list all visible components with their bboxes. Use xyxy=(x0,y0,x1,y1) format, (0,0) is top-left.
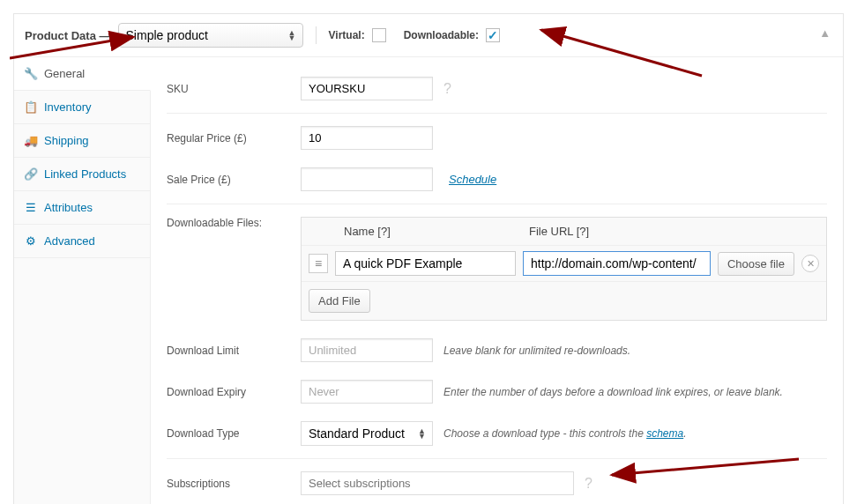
drag-handle-icon[interactable]: ≡ xyxy=(309,254,328,273)
dl-type-select[interactable]: Standard Product xyxy=(301,421,433,446)
dl-files-table: Name [?] File URL [?] ≡ Choose file ✕ Ad… xyxy=(301,217,827,321)
download-type-row: Download Type Standard Product ▲▼ Choose… xyxy=(167,412,827,455)
downloadable-checkbox[interactable]: ✓ xyxy=(486,28,500,42)
gear-icon: ⚙ xyxy=(25,234,37,248)
downloadable-files-row: Downloadable Files: Name [?] File URL [?… xyxy=(167,208,827,330)
tab-label: Inventory xyxy=(44,100,91,114)
dl-table-footer: Add File xyxy=(302,281,826,320)
virtual-label: Virtual: xyxy=(329,29,365,41)
sku-label: SKU xyxy=(167,83,290,95)
dl-limit-input[interactable] xyxy=(301,338,433,362)
link-icon: 🔗 xyxy=(25,167,37,181)
header-separator xyxy=(316,26,317,44)
wrench-icon: 🔧 xyxy=(25,67,37,80)
dl-expiry-input[interactable] xyxy=(301,380,433,404)
help-icon[interactable]: ? xyxy=(443,81,451,97)
tab-inventory[interactable]: 📋 Inventory xyxy=(14,91,150,124)
regular-price-row: Regular Price (£) xyxy=(167,117,827,159)
sku-input[interactable] xyxy=(301,77,433,100)
tab-advanced[interactable]: ⚙ Advanced xyxy=(14,225,150,258)
regular-price-label: Regular Price (£) xyxy=(167,132,290,145)
tab-label: Linked Products xyxy=(44,167,126,181)
general-content: SKU ? Regular Price (£) Sale Price (£) S… xyxy=(151,57,843,504)
panel-header: Product Data — Simple product ▲▼ Virtual… xyxy=(14,14,843,57)
dl-file-name-input[interactable] xyxy=(335,251,516,276)
dl-file-row: ≡ Choose file ✕ xyxy=(302,245,826,281)
collapse-icon[interactable]: ▲ xyxy=(819,26,831,40)
dl-limit-label: Download Limit xyxy=(167,345,290,357)
regular-price-input[interactable] xyxy=(301,126,433,150)
dl-files-label: Downloadable Files: xyxy=(167,217,290,229)
panel-body: 🔧 General 📋 Inventory 🚚 Shipping 🔗 Linke… xyxy=(14,57,843,504)
sku-row: SKU ? xyxy=(167,68,827,109)
dl-name-header: Name [?] xyxy=(339,225,524,238)
virtual-checkbox[interactable] xyxy=(372,28,386,42)
tab-label: Advanced xyxy=(44,234,95,248)
product-tabs: 🔧 General 📋 Inventory 🚚 Shipping 🔗 Linke… xyxy=(14,57,151,504)
sale-price-label: Sale Price (£) xyxy=(167,174,290,186)
tab-label: Attributes xyxy=(44,201,93,214)
downloadable-label: Downloadable: xyxy=(404,29,479,41)
divider xyxy=(167,458,827,459)
add-file-button[interactable]: Add File xyxy=(309,289,370,313)
tab-label: General xyxy=(44,67,85,80)
remove-file-icon[interactable]: ✕ xyxy=(801,255,819,272)
help-icon[interactable]: ? xyxy=(585,476,592,492)
download-limit-row: Download Limit Leave blank for unlimited… xyxy=(167,330,827,371)
truck-icon: 🚚 xyxy=(25,134,37,147)
product-type-select[interactable]: Simple product xyxy=(118,23,303,48)
dl-table-header: Name [?] File URL [?] xyxy=(302,218,826,245)
schedule-link[interactable]: Schedule xyxy=(449,173,496,186)
subscriptions-input[interactable] xyxy=(301,471,574,495)
dl-type-label: Download Type xyxy=(167,427,290,440)
dl-limit-desc: Leave blank for unlimited re-downloads. xyxy=(443,345,630,357)
schema-link[interactable]: schema xyxy=(646,427,683,440)
dl-file-url-input[interactable] xyxy=(523,251,711,276)
product-data-panel: Product Data — Simple product ▲▼ Virtual… xyxy=(13,13,844,504)
subscriptions-row: Subscriptions ? xyxy=(167,463,827,504)
clipboard-icon: 📋 xyxy=(25,100,37,114)
choose-file-button[interactable]: Choose file xyxy=(718,252,794,276)
dl-url-header: File URL [?] xyxy=(524,225,817,238)
tab-attributes[interactable]: ☰ Attributes xyxy=(14,191,150,225)
dl-type-wrap: Standard Product ▲▼ xyxy=(301,421,433,446)
download-expiry-row: Download Expiry Enter the number of days… xyxy=(167,371,827,412)
subs-label: Subscriptions xyxy=(167,478,290,490)
panel-title: Product Data — xyxy=(25,29,111,42)
dl-expiry-desc: Enter the number of days before a downlo… xyxy=(443,386,783,398)
divider xyxy=(167,113,827,114)
tab-general[interactable]: 🔧 General xyxy=(14,57,151,91)
tab-label: Shipping xyxy=(44,134,89,147)
list-icon: ☰ xyxy=(25,201,37,214)
sale-price-input[interactable] xyxy=(301,167,433,191)
dl-type-desc: Choose a download type - this controls t… xyxy=(443,427,687,440)
tab-linked-products[interactable]: 🔗 Linked Products xyxy=(14,158,150,191)
tab-shipping[interactable]: 🚚 Shipping xyxy=(14,124,150,158)
product-type-wrap: Simple product ▲▼ xyxy=(118,23,303,48)
dl-expiry-label: Download Expiry xyxy=(167,386,290,398)
divider xyxy=(167,204,827,204)
sale-price-row: Sale Price (£) Schedule xyxy=(167,159,827,200)
